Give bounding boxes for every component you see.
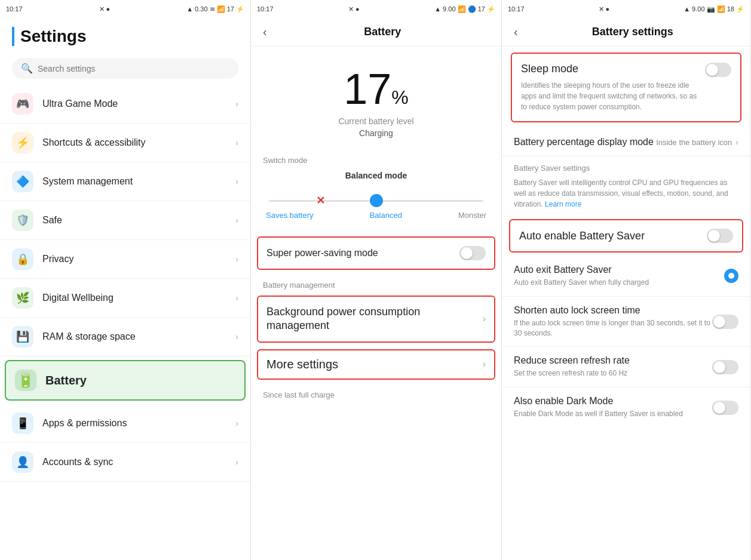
mode-track: ✕	[269, 200, 483, 202]
reduce-refresh-title: Reduce screen refresh rate	[514, 355, 712, 366]
sidebar-item-shortcuts[interactable]: ⚡ Shortcuts & accessibility ›	[0, 124, 250, 162]
status-bar-2: 10:17 ✕ ● ▲ 9.00 📶 🔵 17 ⚡	[251, 0, 501, 18]
chevron-icon-privacy: ›	[235, 254, 238, 264]
switch-mode-section: Switch mode Balanced mode ✕ Saves batter…	[251, 144, 501, 232]
reduce-refresh-row[interactable]: Reduce screen refresh rate Set the scree…	[502, 347, 750, 387]
battery-pct-row[interactable]: Battery percentage display mode Inside t…	[502, 128, 750, 156]
chevron-icon-ultra-game: ›	[235, 99, 238, 109]
search-icon: 🔍	[21, 63, 33, 74]
since-last-charge: Since last full charge	[251, 383, 501, 406]
battery-icon: 🔋	[15, 370, 36, 391]
battery-saver-desc: Battery Saver will intelligently control…	[502, 175, 750, 216]
dark-mode-toggle[interactable]	[712, 401, 738, 415]
battery-settings-title: Battery settings	[527, 26, 738, 38]
settings-panel: 10:17 ✕ ● ▲ 0.30 ≋ 📶 17 ⚡ Settings 🔍 🎮 U…	[0, 0, 251, 560]
search-input[interactable]	[38, 64, 229, 73]
auto-enable-label: Auto enable Battery Saver	[519, 230, 645, 242]
auto-exit-desc: Auto exit Battery Saver when fully charg…	[514, 278, 724, 288]
more-settings-label: More settings	[266, 358, 338, 371]
sidebar-item-accounts[interactable]: 👤 Accounts & sync ›	[0, 443, 250, 482]
battery-saver-section-label: Battery Saver settings	[502, 156, 750, 175]
shorten-lock-row[interactable]: Shorten auto lock screen time If the aut…	[502, 297, 750, 347]
shorten-lock-toggle[interactable]	[712, 315, 738, 329]
time-2: 10:17	[257, 5, 274, 13]
time-3: 10:17	[508, 5, 525, 13]
digital-icon: 🌿	[12, 287, 33, 309]
bg-power-section[interactable]: Background power consumption management …	[257, 296, 495, 343]
battery-percent-display: 17%	[263, 64, 489, 113]
time-1: 10:17	[6, 5, 23, 13]
chevron-icon-digital: ›	[235, 293, 238, 303]
signal-icons-2: ▲ 9.00 📶 🔵 17 ⚡	[434, 5, 495, 13]
dark-mode-title: Also enable Dark Mode	[514, 396, 712, 407]
current-level-label: Current battery level	[263, 116, 489, 126]
shorten-lock-title: Shorten auto lock screen time	[514, 305, 712, 316]
privacy-label: Privacy	[42, 254, 235, 264]
reduce-refresh-desc: Set the screen refresh rate to 60 Hz	[514, 368, 712, 379]
learn-more-link[interactable]: Learn more	[545, 200, 581, 208]
ultra-game-icon: 🎮	[12, 93, 33, 115]
battery-pct-info: Battery percentage display mode	[514, 137, 656, 147]
mode-thumb	[370, 194, 383, 207]
auto-exit-row[interactable]: Auto exit Battery Saver Auto exit Batter…	[502, 256, 750, 297]
battery-panel: 10:17 ✕ ● ▲ 9.00 📶 🔵 17 ⚡ ‹ Battery 17% …	[251, 0, 502, 560]
sidebar-item-apps[interactable]: 📱 Apps & permissions ›	[0, 404, 250, 443]
super-power-label: Super power-saving mode	[266, 248, 378, 259]
ram-icon: 💾	[12, 326, 33, 347]
sidebar-item-safe[interactable]: 🛡️ Safe ›	[0, 201, 250, 240]
battery-settings-back-button[interactable]: ‹	[514, 25, 518, 39]
since-last-label: Since last full charge	[263, 390, 335, 399]
battery-pct-title: Battery percentage display mode	[514, 137, 656, 147]
mode-slider[interactable]: ✕ Saves battery Balanced Monster	[263, 185, 489, 226]
chevron-battery-pct: ›	[735, 137, 738, 147]
battery-settings-panel: 10:17 ✕ ● ▲ 9.00 📷 📶 18 ⚡ ‹ Battery sett…	[502, 0, 751, 560]
sleep-mode-title: Sleep mode	[521, 63, 698, 75]
super-power-section[interactable]: Super power-saving mode	[257, 236, 495, 270]
system-label: System management	[42, 176, 235, 187]
status-icons-3: ✕ ●	[599, 5, 610, 13]
shortcuts-label: Shortcuts & accessibility	[42, 137, 235, 148]
charging-status: Charging	[263, 128, 489, 138]
digital-label: Digital Wellbeing	[42, 293, 235, 303]
apps-label: Apps & permissions	[42, 418, 235, 429]
settings-list: 🎮 Ultra Game Mode › ⚡ Shortcuts & access…	[0, 85, 250, 560]
chevron-icon-shortcuts: ›	[235, 138, 238, 147]
sleep-mode-desc: Identifies the sleeping hours of the use…	[521, 80, 698, 112]
system-icon: 🔷	[12, 171, 33, 192]
sidebar-item-ram[interactable]: 💾 RAM & storage space ›	[0, 318, 250, 356]
chevron-icon-ram: ›	[235, 332, 238, 341]
battery-back-button[interactable]: ‹	[263, 25, 267, 39]
safe-icon: 🛡️	[12, 210, 33, 231]
auto-exit-info: Auto exit Battery Saver Auto exit Batter…	[514, 264, 724, 288]
auto-enable-box[interactable]: Auto enable Battery Saver	[509, 219, 743, 253]
sidebar-item-ultra-game[interactable]: 🎮 Ultra Game Mode ›	[0, 85, 250, 124]
switch-mode-label: Switch mode	[263, 156, 489, 165]
battery-panel-header: ‹ Battery	[251, 18, 501, 47]
sidebar-item-privacy[interactable]: 🔒 Privacy ›	[0, 240, 250, 279]
sidebar-item-battery[interactable]: 🔋 Battery	[5, 360, 246, 401]
auto-exit-title: Auto exit Battery Saver	[514, 264, 724, 275]
sidebar-item-system[interactable]: 🔷 System management ›	[0, 162, 250, 201]
auto-exit-radio[interactable]	[724, 269, 738, 283]
dark-mode-row[interactable]: Also enable Dark Mode Enable Dark Mode a…	[502, 387, 750, 427]
privacy-icon: 🔒	[12, 248, 33, 270]
settings-title: Settings	[12, 27, 238, 46]
more-settings-section[interactable]: More settings ›	[257, 349, 495, 380]
super-power-toggle[interactable]	[459, 246, 486, 260]
monster-label: Monster	[458, 211, 486, 220]
sleep-mode-toggle[interactable]	[705, 63, 731, 77]
reduce-refresh-toggle[interactable]	[712, 360, 738, 374]
safe-label: Safe	[42, 215, 235, 226]
ram-label: RAM & storage space	[42, 331, 235, 342]
auto-enable-toggle[interactable]	[707, 229, 733, 243]
apps-icon: 📱	[12, 413, 33, 434]
signal-icons-1: ▲ 0.30 ≋ 📶 17 ⚡	[186, 5, 244, 13]
signal-icons-3: ▲ 9.00 📷 📶 18 ⚡	[683, 5, 744, 13]
status-bar-1: 10:17 ✕ ● ▲ 0.30 ≋ 📶 17 ⚡	[0, 0, 250, 18]
shorten-lock-info: Shorten auto lock screen time If the aut…	[514, 305, 712, 339]
dark-mode-desc: Enable Dark Mode as well if Battery Save…	[514, 409, 712, 419]
sidebar-item-digital[interactable]: 🌿 Digital Wellbeing ›	[0, 279, 250, 318]
search-bar[interactable]: 🔍	[12, 58, 238, 79]
mode-labels: Saves battery Balanced Monster	[266, 211, 486, 220]
chevron-bg-power: ›	[483, 313, 486, 324]
